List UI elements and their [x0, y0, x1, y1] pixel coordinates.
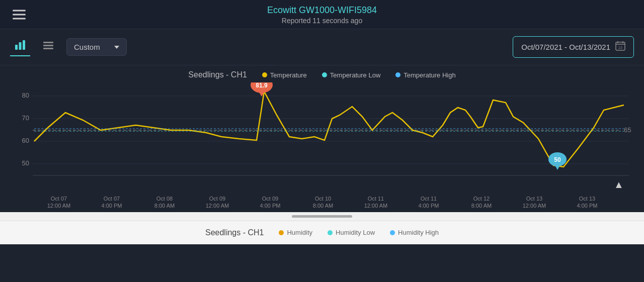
- toolbar: Custom Oct/07/2021 - Oct/13/2021 13: [0, 29, 644, 65]
- x-label-7-line1: Oct 11: [406, 195, 451, 202]
- svg-rect-0: [15, 45, 18, 50]
- x-label-10-line1: Oct 13: [565, 195, 610, 202]
- x-label-8-line2: 8:00 AM: [459, 202, 504, 209]
- x-label-0-line1: Oct 07: [36, 195, 82, 202]
- svg-text:50: 50: [22, 159, 29, 167]
- svg-text:▲: ▲: [614, 179, 624, 190]
- chart1-title: Seedlings - CH1: [188, 70, 247, 79]
- x-label-9-line2: 12:00 AM: [512, 202, 557, 209]
- chart2-title: Seedlings - CH1: [205, 228, 264, 237]
- x-label-8-line1: Oct 12: [459, 195, 504, 202]
- x-label-6: Oct 11 12:00 AM: [353, 195, 398, 210]
- humidity-high-legend-dot: [390, 230, 395, 235]
- x-label-7: Oct 11 4:00 PM: [406, 195, 451, 210]
- x-label-10: Oct 13 4:00 PM: [565, 195, 610, 210]
- chart1-svg: 80 70 60 50 65 81: [10, 82, 634, 193]
- chart-icon: [14, 40, 26, 53]
- date-range-value: Oct/07/2021 - Oct/13/2021: [521, 43, 610, 51]
- dropdown-label: Custom: [74, 43, 100, 51]
- svg-text:50: 50: [554, 156, 561, 163]
- x-label-10-line2: 4:00 PM: [565, 202, 610, 209]
- tab-list[interactable]: [38, 39, 58, 55]
- svg-marker-29: [555, 165, 560, 170]
- x-label-6-line1: Oct 11: [353, 195, 398, 202]
- x-label-1: Oct 07 4:00 PM: [89, 195, 134, 210]
- chart1-wrapper[interactable]: 80 70 60 50 65 81: [10, 82, 634, 193]
- reported-time: Reported 11 seconds ago: [282, 17, 362, 25]
- scroll-thumb[interactable]: [292, 215, 352, 218]
- device-title: Ecowitt GW1000-WIFI5984: [267, 5, 377, 16]
- svg-text:13: 13: [618, 46, 622, 49]
- temperature-legend-label: Temperature: [270, 71, 307, 79]
- time-range-dropdown[interactable]: Custom: [66, 38, 127, 56]
- x-axis-labels: Oct 07 12:00 AM Oct 07 4:00 PM Oct 08 8:…: [10, 193, 634, 210]
- humidity-high-legend-label: Humidity High: [398, 229, 439, 236]
- temp-low-legend-label: Temperature Low: [330, 71, 380, 79]
- temp-high-legend-dot: [395, 72, 400, 77]
- x-label-2-line1: Oct 08: [142, 195, 187, 202]
- x-label-4-line2: 4:00 PM: [248, 202, 293, 209]
- chart2-legend-humidity-high: Humidity High: [390, 229, 439, 236]
- x-label-5-line1: Oct 10: [300, 195, 346, 202]
- x-label-9: Oct 13 12:00 AM: [512, 195, 557, 210]
- x-label-5: Oct 10 8:00 AM: [300, 195, 346, 210]
- chart2-section: Seedlings - CH1 Humidity Humidity Low Hu…: [0, 221, 644, 244]
- x-label-3-line1: Oct 09: [195, 195, 240, 202]
- humidity-low-legend-dot: [328, 230, 333, 235]
- chevron-down-icon: [114, 46, 119, 49]
- humidity-low-legend-label: Humidity Low: [336, 229, 375, 236]
- svg-rect-5: [43, 48, 53, 49]
- svg-rect-2: [23, 40, 25, 50]
- svg-text:65: 65: [624, 126, 631, 134]
- legend-temp-low: Temperature Low: [322, 71, 380, 79]
- hamburger-line-3: [13, 18, 26, 19]
- temp-high-legend-label: Temperature High: [404, 71, 455, 79]
- chart2-legend-humidity: Humidity: [279, 229, 312, 236]
- x-label-4: Oct 09 4:00 PM: [248, 195, 293, 210]
- x-label-2-line2: 8:00 AM: [142, 202, 187, 209]
- legend-temp-high: Temperature High: [395, 71, 455, 79]
- svg-rect-4: [43, 45, 53, 46]
- svg-text:81.9: 81.9: [256, 82, 268, 89]
- hamburger-button[interactable]: [10, 7, 28, 22]
- x-label-0: Oct 07 12:00 AM: [36, 195, 82, 210]
- humidity-legend-label: Humidity: [287, 229, 312, 236]
- hamburger-line-2: [13, 14, 26, 15]
- x-label-3-line2: 12:00 AM: [195, 202, 240, 209]
- svg-text:80: 80: [22, 91, 29, 99]
- header: Ecowitt GW1000-WIFI5984 Reported 11 seco…: [0, 0, 644, 29]
- x-label-2: Oct 08 8:00 AM: [142, 195, 187, 210]
- x-label-9-line1: Oct 13: [512, 195, 557, 202]
- x-label-7-line2: 4:00 PM: [406, 202, 451, 209]
- svg-text:60: 60: [22, 137, 29, 144]
- x-label-1-line1: Oct 07: [89, 195, 134, 202]
- svg-text:70: 70: [22, 114, 29, 122]
- humidity-legend-dot: [279, 230, 284, 235]
- temp-low-legend-dot: [322, 72, 327, 77]
- scroll-bar-area[interactable]: [0, 212, 644, 221]
- peak-pin: 81.9: [251, 82, 273, 97]
- hamburger-line-1: [13, 10, 26, 11]
- tab-chart[interactable]: [10, 38, 30, 56]
- x-label-4-line1: Oct 09: [248, 195, 293, 202]
- svg-rect-3: [43, 42, 53, 43]
- chart1-section: Seedlings - CH1 Temperature Temperature …: [0, 65, 644, 212]
- x-label-6-line2: 12:00 AM: [353, 202, 398, 209]
- calendar-icon: 13: [615, 41, 625, 53]
- svg-rect-1: [19, 42, 22, 50]
- x-label-3: Oct 09 12:00 AM: [195, 195, 240, 210]
- temperature-legend-dot: [262, 72, 267, 77]
- chart2-legend-humidity-low: Humidity Low: [328, 229, 375, 236]
- x-label-5-line2: 8:00 AM: [300, 202, 346, 209]
- x-label-0-line2: 12:00 AM: [36, 202, 82, 209]
- date-range-picker[interactable]: Oct/07/2021 - Oct/13/2021 13: [513, 36, 634, 58]
- x-label-8: Oct 12 8:00 AM: [459, 195, 504, 210]
- legend-temperature: Temperature: [262, 71, 307, 79]
- x-label-1-line2: 4:00 PM: [89, 202, 134, 209]
- chart1-title-row: Seedlings - CH1 Temperature Temperature …: [10, 70, 634, 79]
